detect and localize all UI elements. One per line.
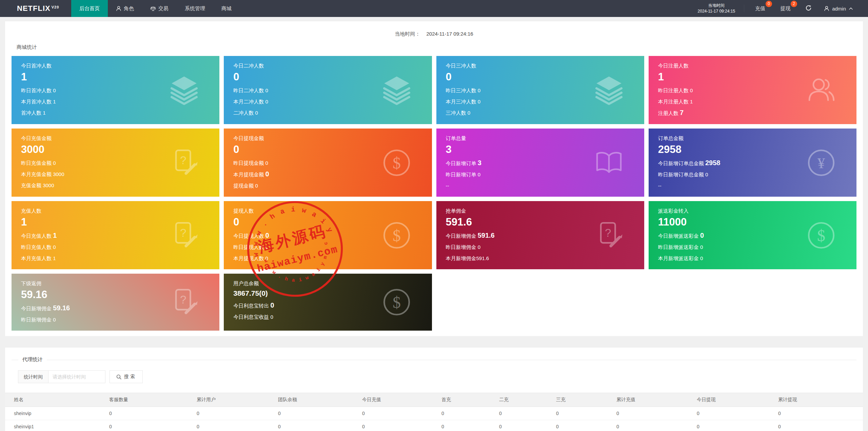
menu-item-label: 角色 [124,5,134,12]
card-title: 下级返佣 [21,280,210,287]
table-cell: 0 [188,407,269,420]
table-cell: 0 [100,407,188,420]
card-recharge-amount-today: 今日充值金额 3000 昨日充值金额 0本月充值金额 3000充值金额 3000 [12,129,219,197]
column-header: 累计提现 [769,393,863,407]
users-icon [806,75,837,106]
card-sub-rebate: 下级返佣 59.16 今日新增佣金 59.16昨日新增佣金 0 [12,274,219,331]
card-bonus-transfer: 派送彩金转入 11000 今日新增派送彩金 0昨日新增派送彩金 0本月新增派送彩… [649,201,856,269]
card-title: 提现人数 [233,208,422,214]
column-header: 姓名 [5,393,100,407]
menu-item-roles[interactable]: 角色 [108,0,142,17]
card-stat-line: 首冲人数 1 [21,107,210,118]
agent-table: 姓名客服数量累计用户团队余额今日充值首充二充三充累计充值今日提现累计提现 she… [5,393,863,431]
table-cell: 0 [769,407,863,420]
dollar-circle-icon [381,220,412,251]
column-header: 今日充值 [353,393,433,407]
agent-fieldset: 代理统计 [12,360,856,360]
stat-time-input[interactable] [48,370,105,383]
card-first-recharge-today: 今日首冲人数 1 昨日首冲人数 0本月首冲人数 1首冲人数 1 [12,56,219,124]
withdraw-button[interactable]: 提现 2 [773,5,798,12]
table-cell: 0 [433,420,490,431]
card-title: 今日三冲人数 [446,63,635,69]
card-stat-line: -- [446,180,635,191]
table-cell: 0 [547,407,608,420]
user-menu[interactable]: admin [819,6,858,12]
panel-time-line: 当地时间： 2024-11-17 09:24:16 [5,21,863,37]
app-logo: NETFLIXV20 [0,0,71,17]
card-title: 今日二冲人数 [233,63,422,69]
table-cell: 0 [188,420,269,431]
table-cell: sheinvip1 [5,420,100,431]
table-cell: 0 [433,407,490,420]
column-header: 累计充值 [608,393,688,407]
table-cell: 0 [100,420,188,431]
card-title: 今日首冲人数 [21,63,210,69]
card-title: 今日提现金额 [233,135,422,142]
table-cell: 0 [353,420,433,431]
card-stat-line: -- [658,180,847,191]
card-stat-line: 本月充值人数 1 [21,253,210,264]
column-header: 团队余额 [269,393,353,407]
menu-item-label: 系统管理 [185,5,205,12]
menu-item-trade[interactable]: 交易 [142,0,177,17]
navbar-right: 当地时间 2024-11-17 09:24:15 充值 0 提现 2 [689,0,868,17]
card-second-recharge-today: 今日二冲人数 0 昨日二冲人数 0本月二冲人数 0二冲人数 0 [224,56,432,124]
card-order-amount-total: 订单总金额 2958 今日新增订单总金额 2958昨日新增订单总金额 0-- [649,129,856,197]
search-button[interactable]: 搜索 [110,370,143,383]
card-withdraw-amount-today: 今日提现金额 0 昨日提现金额 0本月提现金额 0提现金额 0 [224,129,432,197]
agent-stats-panel: 代理统计 统计时间 搜索 姓名客服数量累计用户团队余额今日充值首充二充三充累计充… [5,348,863,431]
card-stat-line: 充值金额 3000 [21,180,210,191]
table-cell: 0 [547,420,608,431]
withdraw-badge: 2 [791,1,797,7]
card-user-total-balance: 用户总余额 3867.75(0) 今日利息宝转出 0今日利息宝收益 0 [224,274,432,331]
panel-time-label: 当地时间： [395,31,420,37]
recharge-button[interactable]: 充值 0 [748,5,773,12]
card-title: 抢单佣金 [446,208,635,214]
column-header: 三充 [547,393,608,407]
card-stat-line: 本月新增派送彩金 0 [658,253,847,264]
main-menu: 后台首页 角色 交易 [71,0,240,17]
menu-item-label: 后台首页 [79,5,100,12]
menu-item-mall[interactable]: 商城 [213,0,240,17]
filter-row: 统计时间 搜索 [18,370,863,383]
document-edit-icon [169,287,200,318]
document-edit-icon [169,220,200,251]
card-stat-line: 二冲人数 0 [233,107,422,118]
stat-time-label: 统计时间 [18,370,48,383]
recharge-label: 充值 [755,5,765,11]
panel-time-value: 2024-11-17 09:24:16 [427,31,473,37]
table-cell: 0 [353,407,433,420]
mall-stats-panel: 当地时间： 2024-11-17 09:24:16 商城统计 今日首冲人数 1 … [5,21,863,336]
card-stat-line: 本月提现人数 0 [233,253,422,264]
card-title: 今日充值金额 [21,135,210,142]
layers-icon [169,75,200,106]
dollar-circle-icon [381,287,412,318]
card-stat-line: 提现金额 0 [233,180,422,191]
book-icon [593,147,625,178]
refresh-button[interactable] [798,5,819,12]
table-cell: 0 [688,420,769,431]
logo-version: V20 [52,5,59,9]
card-withdraw-users: 提现人数 0 今日提现人数 0昨日提现人数 0本月提现人数 0 [224,201,432,269]
local-time-label: 当地时间 [698,3,735,8]
card-stat-line: 三冲人数 0 [446,107,635,118]
refresh-icon [805,5,812,11]
agent-table-header: 姓名客服数量累计用户团队余额今日充值首充二充三充累计充值今日提现累计提现 [5,393,863,407]
menu-item-system[interactable]: 系统管理 [177,0,213,17]
username: admin [832,6,846,12]
layers-icon [593,75,625,106]
user-icon [116,6,121,11]
card-title: 今日注册人数 [658,63,847,69]
table-cell: 0 [608,420,688,431]
table-cell: 0 [608,407,688,420]
fieldset-legend: 代理统计 [18,356,47,363]
local-time-value: 2024-11-17 09:24:15 [698,8,735,14]
chevron-up-icon [849,7,853,10]
column-header: 今日提现 [688,393,769,407]
menu-item-home[interactable]: 后台首页 [71,0,108,17]
logo-text: NETFLIX [17,4,51,13]
card-title: 派送彩金转入 [658,208,847,214]
scales-icon [150,6,156,12]
recharge-badge: 0 [766,1,772,7]
table-cell: 0 [269,420,353,431]
